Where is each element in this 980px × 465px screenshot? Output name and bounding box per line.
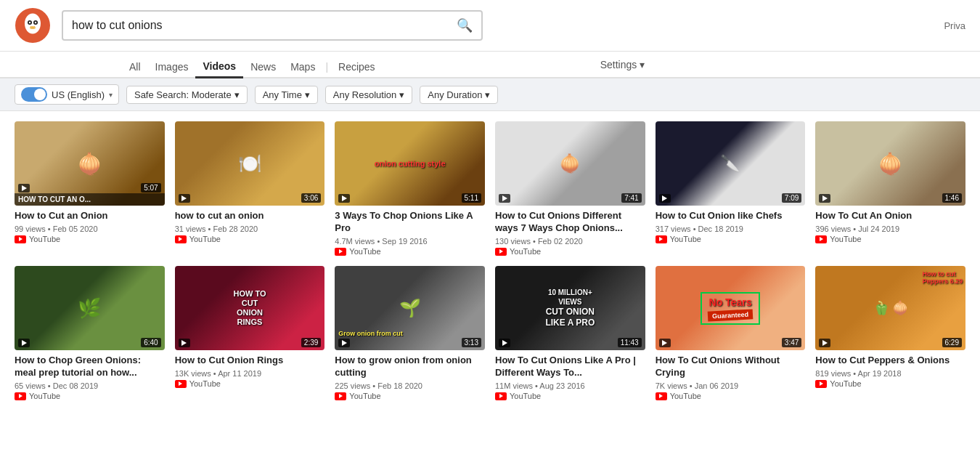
privacy-link[interactable]: Priva — [944, 20, 965, 31]
video-meta: 819 views • Apr 19 2018 — [815, 369, 965, 378]
language-chevron-icon: ▾ — [109, 91, 113, 99]
search-icon[interactable]: 🔍 — [457, 17, 473, 33]
list-item[interactable]: 🫑 🧅 How to cutPeppers 6.29 6:29 How to C… — [815, 266, 965, 400]
any-time-chevron-icon: ▾ — [305, 89, 310, 100]
yt-badge: YouTube — [15, 235, 165, 243]
list-item[interactable]: onion cutting style 5:11 3 Ways To Chop … — [335, 121, 485, 256]
video-meta: 396 views • Jul 24 2019 — [815, 225, 965, 233]
list-item[interactable]: 🧅 1:46 How To Cut An Onion 396 views • J… — [815, 121, 965, 256]
video-meta: 130 views • Feb 02 2020 — [495, 237, 645, 246]
search-input[interactable] — [72, 19, 457, 32]
list-item[interactable]: 🌿 6:40 How to Chop Green Onions: meal pr… — [15, 266, 165, 400]
list-item[interactable]: 🍽️ 3:06 how to cut an onion 31 views • F… — [175, 121, 325, 256]
tab-maps[interactable]: Maps — [283, 57, 322, 77]
video-title: How To Cut Onions Without Crying — [656, 355, 806, 379]
video-meta: 7K views • Jan 06 2019 — [656, 381, 806, 390]
video-title: How to Cut Peppers & Onions — [815, 355, 965, 367]
language-label: US (English) — [52, 89, 105, 100]
video-title: How to Cut Onion Rings — [175, 355, 325, 367]
video-title: how to cut an onion — [175, 210, 325, 222]
tab-all[interactable]: All — [122, 57, 148, 77]
any-duration-filter[interactable]: Any Duration ▾ — [420, 86, 498, 104]
svg-point-5 — [35, 22, 37, 24]
language-toggle-group: US (English) ▾ — [15, 84, 119, 105]
list-item[interactable]: HOW TOCUTONIONRINGS 2:39 How to Cut Onio… — [175, 266, 325, 400]
toggle-knob — [34, 89, 46, 100]
video-grid: 🧅 HOW TO CUT AN O... 5:07 How to Cut an … — [0, 111, 980, 411]
filters-bar: US (English) ▾ Safe Search: Moderate ▾ A… — [0, 78, 980, 111]
list-item[interactable]: 🧅 HOW TO CUT AN O... 5:07 How to Cut an … — [15, 121, 165, 256]
list-item[interactable]: No Tears Guaranteed 3:47 How To Cut Onio… — [656, 266, 806, 400]
svg-point-4 — [29, 22, 31, 24]
video-title: How to Chop Green Onions: meal prep tuto… — [15, 355, 165, 379]
logo[interactable] — [15, 7, 51, 44]
video-meta: 99 views • Feb 05 2020 — [15, 225, 165, 233]
search-bar: 🔍 — [62, 10, 483, 41]
any-duration-label: Any Duration — [428, 89, 482, 100]
video-meta: 11M views • Aug 23 2016 — [495, 381, 645, 390]
list-item[interactable]: 🔪 7:09 How to Cut Onion like Chefs 317 v… — [656, 121, 806, 256]
video-title: How To Cut Onions Like A Pro | Different… — [495, 355, 645, 379]
video-title: How to Cut an Onion — [15, 210, 165, 222]
video-title: 3 Ways To Chop Onions Like A Pro — [335, 210, 485, 235]
list-item[interactable]: 🧅 7:41 How to Cut Onions Different ways … — [495, 121, 645, 256]
video-meta: 13K views • Apr 11 2019 — [175, 369, 325, 378]
video-title: How to Cut Onions Different ways 7 Ways … — [495, 210, 645, 235]
nav-divider: | — [325, 61, 328, 73]
video-meta: 4.7M views • Sep 19 2016 — [335, 237, 485, 246]
video-title: How to Cut Onion like Chefs — [656, 210, 806, 222]
video-title: How To Cut An Onion — [815, 210, 965, 222]
tab-images[interactable]: Images — [148, 57, 196, 77]
video-meta: 31 views • Feb 28 2020 — [175, 225, 325, 233]
settings-btn[interactable]: Settings ▾ — [600, 59, 645, 75]
svg-point-1 — [25, 14, 41, 34]
tab-news[interactable]: News — [243, 57, 283, 77]
any-time-filter[interactable]: Any Time ▾ — [255, 86, 318, 104]
header: 🔍 Priva — [0, 0, 980, 52]
video-meta: 225 views • Feb 18 2020 — [335, 381, 485, 390]
any-time-label: Any Time — [263, 89, 302, 100]
tab-videos[interactable]: Videos — [195, 56, 243, 78]
toggle-switch[interactable] — [21, 87, 47, 102]
nav-tabs: All Images Videos News Maps | Recipes Se… — [0, 52, 980, 78]
any-resolution-chevron-icon: ▾ — [399, 89, 404, 100]
video-meta: 65 views • Dec 08 2019 — [15, 381, 165, 390]
tab-recipes[interactable]: Recipes — [331, 57, 383, 77]
any-duration-chevron-icon: ▾ — [485, 89, 490, 100]
list-item[interactable]: 10 MILLION+VIEWSCUT ONIONLIKE A PRO 11:4… — [495, 266, 645, 400]
safe-search-label: Safe Search: Moderate — [134, 89, 232, 100]
settings-label: Settings — [600, 59, 637, 70]
video-title: How to grow onion from onion cutting — [335, 355, 485, 379]
video-meta: 317 views • Dec 18 2019 — [656, 225, 806, 233]
settings-chevron-icon: ▾ — [640, 59, 645, 70]
safe-search-filter[interactable]: Safe Search: Moderate ▾ — [126, 86, 248, 104]
any-resolution-filter[interactable]: Any Resolution ▾ — [325, 86, 412, 104]
safe-search-chevron-icon: ▾ — [234, 89, 240, 100]
list-item[interactable]: 🌱 Grow onion from cut 3:13 How to grow o… — [335, 266, 485, 400]
any-resolution-label: Any Resolution — [333, 89, 396, 100]
